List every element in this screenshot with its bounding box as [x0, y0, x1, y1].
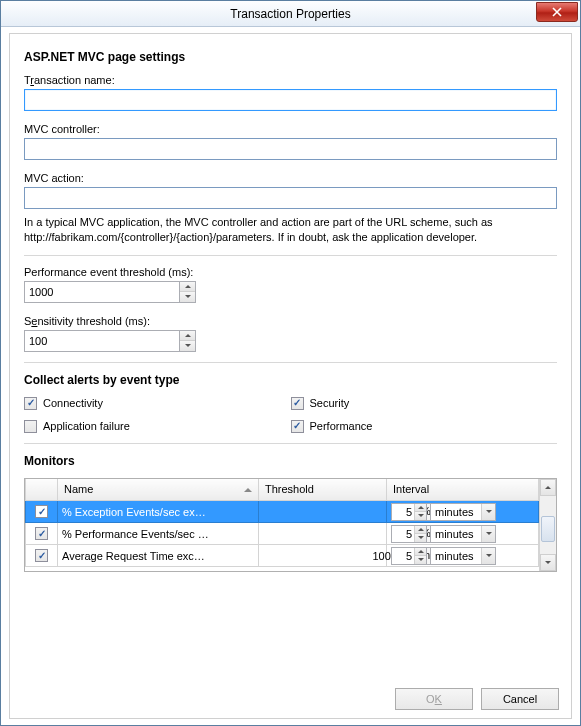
section-alerts-title: Collect alerts by event type	[24, 373, 557, 387]
transaction-name-input[interactable]	[24, 89, 557, 111]
perf-threshold-stepper[interactable]	[180, 281, 196, 303]
checkbox-performance[interactable]: Performance	[291, 420, 558, 433]
stepper-up-icon[interactable]	[415, 526, 426, 535]
interval-input[interactable]	[392, 526, 414, 542]
threshold-input[interactable]	[263, 503, 405, 521]
sens-threshold-stepper[interactable]	[180, 330, 196, 352]
section-monitors-title: Monitors	[24, 454, 557, 468]
scroll-thumb[interactable]	[541, 516, 555, 542]
mvc-action-label: MVC action:	[24, 172, 557, 184]
divider-2	[24, 362, 557, 363]
interval-unit-dropdown[interactable]: minutes	[430, 525, 496, 543]
mvc-help-text: In a typical MVC application, the MVC co…	[24, 215, 557, 245]
sens-threshold-input[interactable]	[24, 330, 180, 352]
row-checkbox[interactable]	[35, 549, 48, 562]
dialog-window: Transaction Properties ASP.NET MVC page …	[0, 0, 581, 726]
checkbox-security[interactable]: Security	[291, 397, 558, 410]
checkbox-icon	[24, 397, 37, 410]
stepper-up-icon[interactable]	[415, 548, 426, 557]
monitors-table: Name Threshold Interval % Exception Even…	[24, 478, 557, 572]
threshold-input[interactable]	[263, 547, 405, 565]
col-header-interval[interactable]: Interval	[387, 479, 539, 501]
titlebar: Transaction Properties	[1, 1, 580, 27]
table-scrollbar[interactable]	[539, 479, 556, 571]
divider-1	[24, 255, 557, 256]
chevron-down-icon	[481, 504, 495, 520]
scroll-down-icon[interactable]	[540, 554, 556, 571]
stepper-down-icon[interactable]	[415, 534, 426, 542]
perf-threshold-input[interactable]	[24, 281, 180, 303]
row-name: Average Request Time exc…	[58, 545, 259, 567]
mvc-action-input[interactable]	[24, 187, 557, 209]
stepper-down-icon[interactable]	[415, 512, 426, 520]
stepper-down-icon[interactable]	[415, 556, 426, 564]
row-name: % Exception Events/sec ex…	[58, 501, 259, 523]
stepper-down-icon[interactable]	[180, 292, 195, 302]
row-name: % Performance Events/sec …	[58, 523, 259, 545]
col-header-threshold[interactable]: Threshold	[259, 479, 387, 501]
close-icon	[552, 7, 562, 17]
stepper-down-icon[interactable]	[180, 341, 195, 351]
cancel-button[interactable]: Cancel	[481, 688, 559, 710]
close-button[interactable]	[536, 2, 578, 22]
mvc-controller-label: MVC controller:	[24, 123, 557, 135]
stepper-up-icon[interactable]	[180, 282, 195, 293]
row-checkbox[interactable]	[35, 505, 48, 518]
interval-unit-dropdown[interactable]: minutes	[430, 503, 496, 521]
threshold-input[interactable]	[263, 525, 405, 543]
checkbox-app-failure[interactable]: Application failure	[24, 420, 291, 433]
perf-threshold-label: Performance event threshold (ms):	[24, 266, 557, 278]
stepper-up-icon[interactable]	[180, 331, 195, 342]
table-row[interactable]: % Performance Events/sec …%minutes	[26, 523, 539, 545]
interval-input[interactable]	[392, 548, 414, 564]
row-checkbox[interactable]	[35, 527, 48, 540]
ok-button[interactable]: OK	[395, 688, 473, 710]
table-row[interactable]: Average Request Time exc…msminutes	[26, 545, 539, 567]
col-header-name[interactable]: Name	[58, 479, 259, 501]
chevron-down-icon	[481, 526, 495, 542]
scroll-up-icon[interactable]	[540, 479, 556, 496]
interval-unit-dropdown[interactable]: minutes	[430, 547, 496, 565]
sens-threshold-label: Sensitivity threshold (ms):	[24, 315, 557, 327]
checkbox-icon	[291, 420, 304, 433]
divider-3	[24, 443, 557, 444]
interval-input[interactable]	[392, 504, 414, 520]
chevron-down-icon	[481, 548, 495, 564]
mvc-controller-input[interactable]	[24, 138, 557, 160]
checkbox-connectivity[interactable]: Connectivity	[24, 397, 291, 410]
table-row[interactable]: % Exception Events/sec ex…%minutes	[26, 501, 539, 523]
stepper-up-icon[interactable]	[415, 504, 426, 513]
section-mvc-title: ASP.NET MVC page settings	[24, 50, 557, 64]
checkbox-icon	[291, 397, 304, 410]
transaction-name-label: Transaction name:	[24, 74, 557, 86]
content-panel: ASP.NET MVC page settings Transaction na…	[9, 33, 572, 719]
window-title: Transaction Properties	[230, 7, 350, 21]
checkbox-icon	[24, 420, 37, 433]
col-header-check[interactable]	[26, 479, 58, 501]
